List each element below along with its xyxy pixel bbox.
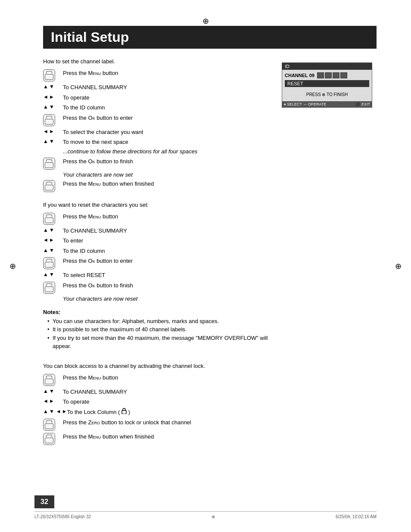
reg-mark-right: ⊕ [395, 261, 402, 271]
step-text: Press the Ok button to finish [63, 281, 133, 290]
step-row: ▲▼ To CHANNEL SUMMARY [43, 388, 269, 396]
arrow-up-down-icon: ▲▼ [43, 271, 63, 277]
screen-press: PRESS ⊕ TO FINISH [285, 90, 369, 99]
screen-body: CHANNEL 09 RESET PRESS ⊕ TO FINISH [282, 70, 372, 101]
step-row: ▲▼ To move to the next space [43, 138, 269, 146]
remote-icon [43, 157, 63, 170]
notes-title: Notes: [43, 309, 269, 315]
notes-item: You can use characters for: Alphabet, nu… [47, 317, 269, 326]
step-text: To select the character you want [63, 128, 143, 137]
italic-note: Your characters are now reset [63, 296, 269, 302]
step-row: Press the Ok button to enter [43, 114, 269, 126]
step-row: ▲▼ To CHANNEL SUMMARY [43, 83, 269, 92]
reg-mark-top: ⊕ [202, 16, 209, 26]
step-text: Press the Menu button [63, 373, 118, 382]
remote-icon [43, 432, 63, 445]
step-row: ◄► To select the character you want [43, 128, 269, 137]
screen-square [333, 72, 339, 78]
footer-center: ⊕ [212, 514, 215, 519]
lock-icon [121, 408, 127, 417]
continue-text: ...continue to follow these directions f… [63, 148, 269, 155]
section1-intro: How to set the channel label. [43, 58, 269, 65]
footer-left: LT-26/32X575\585 English 32 [34, 514, 91, 519]
screen-header: ID [282, 63, 372, 70]
screen-channel-label: CHANNEL 09 [285, 73, 314, 78]
step-row: Press the Ok button to finish [43, 157, 269, 170]
step-row: ◄► To operate [43, 93, 269, 102]
footer-bar: LT-26/32X575\585 English 32 ⊕ 6/25/04, 1… [34, 511, 377, 519]
remote-icon [43, 69, 63, 81]
notes-list: You can use characters for: Alphabet, nu… [43, 317, 269, 351]
page-title: Initial Setup [43, 26, 377, 49]
step-row: Press the Ok button to finish [43, 281, 269, 294]
step-row: Press the Menu button [43, 69, 269, 81]
arrow-up-down-icon: ▲▼ [43, 227, 63, 233]
step-text: To select RESET [63, 271, 105, 280]
step-text: Press the Menu button [63, 69, 118, 78]
notes-item: If you try to set more than the 40 maxim… [47, 334, 269, 351]
step-text: To move to the next space [63, 138, 128, 146]
step-text: To CHANNEL SUMMARY [63, 83, 127, 92]
step-row: Press the Ok button to enter [43, 257, 269, 269]
step-text: Press the Ok button to enter [63, 257, 133, 265]
step-row: Press the Menu button when finished [43, 180, 269, 192]
remote-icon [43, 180, 63, 192]
reg-mark-left: ⊕ [9, 261, 16, 271]
footer-right: 6/25/04, 10:02:16 AM [336, 514, 377, 519]
remote-icon [43, 114, 63, 126]
screen-footer-right: ⬛ EXIT [355, 102, 370, 106]
content-left: How to set the channel label. Press the … [43, 58, 269, 447]
section2-intro: If you want to reset the characters you … [43, 202, 269, 208]
step-text: Press the Ok button to enter [63, 114, 133, 122]
step-text: To enter [63, 236, 83, 245]
arrow-up-down-icon: ▲▼ [43, 83, 63, 89]
arrow-all-icon: ▲▼ ◄► [43, 408, 67, 414]
screen-footer-left: ♦ SELECT ↔ OPERATE [284, 102, 326, 106]
step-text: To operate [63, 398, 89, 406]
svg-rect-0 [122, 411, 126, 414]
arrow-up-down-icon: ▲▼ [43, 247, 63, 253]
step-text: Press the Menu button when finished [63, 180, 154, 188]
step-text: Press the Ok button to finish [63, 157, 133, 166]
screen-mockup: ID CHANNEL 09 RESET PRESS ⊕ TO FINISH [282, 62, 372, 108]
step-text: To CHANNEL SUMMARY [63, 227, 127, 235]
arrow-left-right-icon: ◄► [43, 236, 63, 243]
step-text: To the ID column [63, 103, 105, 112]
screen-squares [317, 72, 347, 78]
notes-item: It is possible to set the maximum of 40 … [47, 325, 269, 334]
screen-reset: RESET [285, 80, 369, 87]
section3-intro: You can block access to a channel by act… [43, 363, 269, 369]
screen-square [325, 72, 332, 78]
remote-icon [43, 373, 63, 386]
page: ⊕ ⊕ ⊕ Initial Setup How to set the chann… [0, 0, 411, 532]
step-text: Press the Zero button to lock or unlock … [63, 418, 191, 427]
italic-note: Your characters are now set [63, 171, 269, 178]
step-row: ▲▼ To the ID column [43, 103, 269, 112]
arrow-left-right-icon: ◄► [43, 398, 63, 404]
step-row: ▲▼ ◄► To the Lock Column ( ) [43, 408, 269, 417]
screen-area: ID CHANNEL 09 RESET PRESS ⊕ TO FINISH [282, 62, 377, 447]
section3: You can block access to a channel by act… [43, 363, 269, 445]
step-row: Press the Menu button [43, 212, 269, 225]
remote-icon [43, 281, 63, 294]
arrow-up-down-icon: ▲▼ [43, 103, 63, 109]
main-content: How to set the channel label. Press the … [43, 58, 377, 447]
screen-channel-row: CHANNEL 09 [285, 72, 369, 78]
arrow-up-down-icon: ▲▼ [43, 138, 63, 144]
step-text: To the ID column [63, 247, 105, 255]
step-text: Press the Menu button when finished [63, 432, 154, 441]
step-row: Press the Menu button [43, 373, 269, 386]
remote-icon [43, 418, 63, 431]
step-row: ▲▼ To CHANNEL SUMMARY [43, 227, 269, 235]
step-text: To operate [63, 93, 89, 102]
page-number: 32 [34, 495, 54, 508]
notes-section: Notes: You can use characters for: Alpha… [43, 309, 269, 351]
screen-square [317, 72, 324, 78]
remote-icon [43, 212, 63, 225]
step-row: Press the Zero button to lock or unlock … [43, 418, 269, 431]
screen-footer: ♦ SELECT ↔ OPERATE ⬛ EXIT [282, 101, 372, 107]
step-text: Press the Menu button [63, 212, 118, 221]
step-row: ▲▼ To select RESET [43, 271, 269, 280]
step-row: ◄► To operate [43, 398, 269, 406]
step-text: To the Lock Column ( ) [67, 408, 130, 417]
